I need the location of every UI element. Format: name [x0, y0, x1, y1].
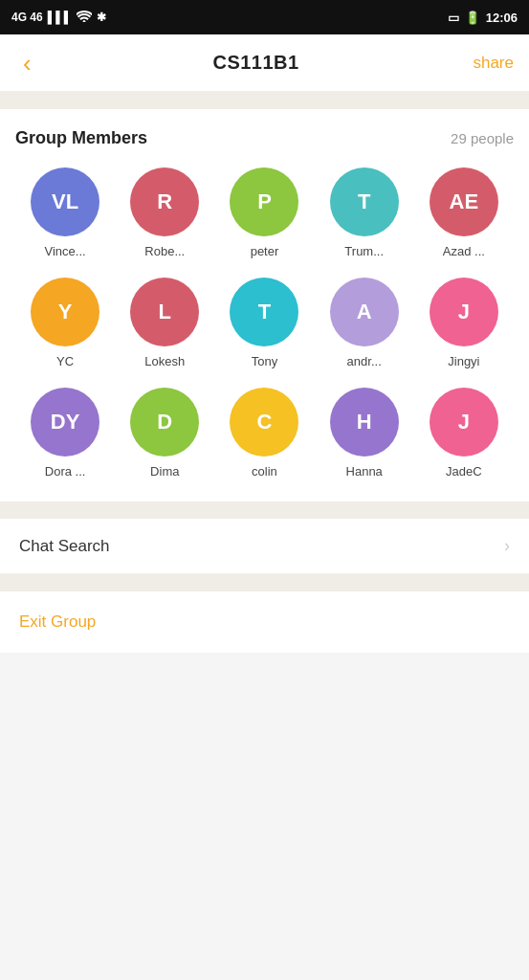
- avatar-circle: C: [230, 388, 298, 457]
- avatar-circle: J: [430, 388, 498, 457]
- avatar-circle: P: [230, 167, 298, 236]
- avatar-circle: A: [330, 278, 399, 346]
- clock: 12:06: [486, 11, 518, 25]
- avatar-item[interactable]: JJadeC: [414, 388, 514, 479]
- avatar-item[interactable]: Ccolin: [214, 388, 314, 479]
- avatar-item[interactable]: JJingyi: [414, 278, 514, 368]
- avatar-item[interactable]: YYC: [15, 278, 115, 368]
- network-icon: 4G 46: [11, 11, 43, 24]
- header-title: CS111B1: [212, 52, 298, 74]
- avatar-item[interactable]: RRobe...: [115, 167, 214, 258]
- avatar-name: YC: [22, 354, 108, 368]
- members-header: Group Members 29 people: [15, 128, 514, 148]
- avatar-item[interactable]: DYDora ...: [15, 388, 115, 479]
- back-button[interactable]: ‹: [15, 47, 39, 79]
- avatar-name: Vince...: [22, 244, 108, 258]
- bottom-fill: [0, 653, 529, 729]
- chat-search-label: Chat Search: [19, 537, 110, 556]
- avatar-circle: Y: [31, 278, 99, 346]
- avatar-circle: AE: [430, 167, 498, 236]
- avatar-item[interactable]: LLokesh: [115, 278, 214, 368]
- avatar-circle: D: [130, 388, 199, 457]
- avatar-name: Azad ...: [421, 244, 507, 258]
- status-right: ▭ 🔋 12:06: [448, 11, 518, 25]
- avatar-circle: T: [230, 278, 298, 346]
- status-left: 4G 46 ▌▌▌ ✱: [11, 11, 106, 25]
- avatar-item[interactable]: AEAzad ...: [414, 167, 514, 258]
- avatar-item[interactable]: DDima: [115, 388, 214, 479]
- members-section: Group Members 29 people VLVince...RRobe.…: [0, 109, 529, 501]
- avatar-grid: VLVince...RRobe...PpeterTTrum...AEAzad .…: [15, 167, 514, 479]
- avatar-name: Dora ...: [22, 464, 108, 479]
- avatar-name: andr...: [321, 354, 408, 368]
- avatar-name: Robe...: [121, 244, 208, 258]
- avatar-circle: J: [430, 278, 498, 346]
- status-bar: 4G 46 ▌▌▌ ✱ ▭ 🔋 12:06: [0, 0, 529, 34]
- avatar-circle: VL: [31, 167, 99, 236]
- avatar-item[interactable]: VLVince...: [15, 167, 115, 258]
- avatar-circle: R: [130, 167, 199, 236]
- signal-icon: ▌▌▌: [48, 11, 73, 24]
- members-title: Group Members: [15, 128, 147, 148]
- header: ‹ CS111B1 share: [0, 34, 529, 92]
- avatar-circle: L: [130, 278, 199, 346]
- avatar-item[interactable]: Ppeter: [214, 167, 314, 258]
- chat-search-row[interactable]: Chat Search ›: [0, 519, 529, 574]
- battery-icon: 🔋: [465, 11, 480, 25]
- avatar-name: Hanna: [321, 464, 408, 479]
- avatar-name: Dima: [121, 464, 208, 479]
- avatar-name: Jingyi: [421, 354, 507, 368]
- sim-icon: ▭: [448, 11, 459, 25]
- avatar-name: Tony: [221, 354, 307, 368]
- members-count: 29 people: [451, 130, 514, 146]
- avatar-item[interactable]: HHanna: [315, 388, 414, 479]
- avatar-circle: H: [330, 388, 399, 457]
- avatar-name: peter: [221, 244, 307, 258]
- avatar-circle: DY: [31, 388, 99, 457]
- share-button[interactable]: share: [473, 54, 514, 73]
- avatar-item[interactable]: TTony: [214, 278, 314, 368]
- exit-group-label: Exit Group: [19, 612, 96, 631]
- bluetooth-icon: ✱: [97, 11, 106, 24]
- wifi-icon: [77, 11, 92, 25]
- avatar-circle: T: [330, 167, 399, 236]
- exit-group-row[interactable]: Exit Group: [0, 591, 529, 653]
- avatar-item[interactable]: Aandr...: [315, 278, 414, 368]
- avatar-item[interactable]: TTrum...: [315, 167, 414, 258]
- bottom-divider-band: [0, 574, 529, 591]
- avatar-name: Lokesh: [121, 354, 208, 368]
- mid-divider-band: [0, 501, 529, 519]
- avatar-name: JadeC: [421, 464, 507, 479]
- chevron-right-icon: ›: [504, 536, 510, 556]
- avatar-name: Trum...: [321, 244, 408, 258]
- avatar-name: colin: [221, 464, 307, 479]
- top-divider-band: [0, 92, 529, 109]
